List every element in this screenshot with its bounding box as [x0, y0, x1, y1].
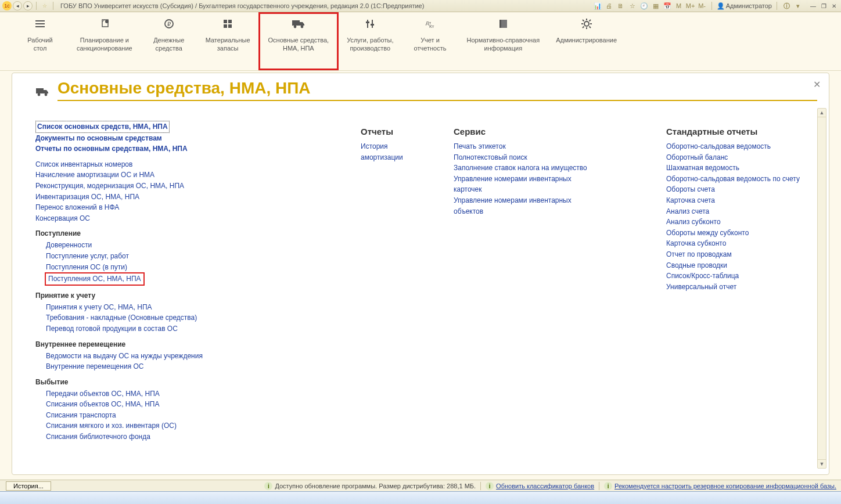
- status-bar: История... i Доступно обновление програм…: [0, 480, 841, 492]
- backup-recommend-link[interactable]: Рекомендуется настроить резервное копиро…: [614, 483, 836, 489]
- section-stock[interactable]: Материальныезапасы: [197, 12, 258, 70]
- section-admin[interactable]: Администрирование: [548, 12, 625, 70]
- svg-rect-10: [228, 24, 232, 28]
- scroll-down-icon[interactable]: ▼: [818, 459, 826, 468]
- close-button[interactable]: ✕: [829, 2, 839, 10]
- maximize-button[interactable]: ❐: [819, 2, 828, 10]
- service-link[interactable]: Заполнение ставок налога на имущество: [454, 163, 599, 174]
- svg-line-27: [583, 20, 584, 21]
- op-link[interactable]: Перенос вложений в НФА: [35, 202, 337, 213]
- std-report-link[interactable]: Оборотно-сальдовая ведомость по счету: [666, 174, 817, 185]
- svg-text:₽: ₽: [167, 21, 171, 27]
- window-title: ГОБУ ВПО Университет искусств (Субсидия)…: [60, 2, 424, 9]
- truck-icon: [35, 87, 49, 97]
- dispose-link[interactable]: Списания библиотечного фонда: [46, 431, 337, 442]
- info-icon[interactable]: ⓘ: [782, 1, 791, 10]
- favorite-icon[interactable]: ☆: [40, 1, 49, 10]
- receipt-link[interactable]: Доверенности: [46, 240, 337, 251]
- update-banks-link[interactable]: Обновить классификатор банков: [496, 483, 594, 489]
- section-label: Учет иотчетность: [409, 37, 450, 53]
- nav-back-icon[interactable]: ◂: [13, 1, 22, 10]
- current-user[interactable]: 👤 Администратор: [717, 2, 772, 10]
- section-fixed[interactable]: Основные средства,НМА, НПА: [258, 12, 339, 70]
- toolbar-calendar-icon[interactable]: 📅: [663, 1, 672, 10]
- receipt-os-nma-npa-link[interactable]: Поступления ОС, НМА, НПА: [48, 273, 141, 285]
- section-label: Услуги, работы,производство: [347, 37, 393, 53]
- dispose-link[interactable]: Списания мягкого и хоз. инвентаря (ОС): [46, 420, 337, 431]
- dispose-link[interactable]: Списания транспорта: [46, 410, 337, 421]
- minimize-button[interactable]: —: [808, 2, 818, 10]
- toolbar-star-icon[interactable]: ☆: [628, 1, 637, 10]
- dispose-link[interactable]: Списания объектов ОС, НМА, НПА: [46, 399, 337, 410]
- std-report-link[interactable]: Шахматная ведомость: [666, 163, 817, 174]
- page-close-button[interactable]: ✕: [813, 79, 821, 90]
- svg-rect-31: [36, 88, 44, 93]
- logo-1c-icon: 1c: [2, 1, 12, 10]
- mem-m[interactable]: M: [674, 1, 684, 10]
- scroll-up-icon[interactable]: ▲: [818, 109, 826, 117]
- op-link[interactable]: Консервация ОС: [35, 213, 337, 224]
- move-link[interactable]: Внутренние перемещения ОС: [46, 361, 337, 372]
- stock-icon: [206, 17, 250, 31]
- std-report-link[interactable]: Список/Кросс-таблица: [666, 271, 817, 282]
- std-report-link[interactable]: Анализ счета: [666, 206, 817, 217]
- history-button[interactable]: История...: [6, 481, 51, 491]
- op-link[interactable]: Список инвентарных номеров: [35, 159, 337, 170]
- op-link[interactable]: Реконструкция, модернизация ОС, НМА, НПА: [35, 181, 337, 192]
- svg-point-12: [293, 26, 296, 28]
- service-link[interactable]: Печать этикеток: [454, 141, 599, 152]
- accept-link[interactable]: Перевод готовой продукции в состав ОС: [46, 323, 337, 334]
- std-report-link[interactable]: Анализ субконто: [666, 217, 817, 228]
- section-services[interactable]: Услуги, работы,производство: [339, 12, 401, 70]
- toolbar-grid-icon[interactable]: ▦: [651, 1, 660, 10]
- section-planning[interactable]: Планирование исанкционирование: [69, 12, 141, 70]
- std-report-link[interactable]: Сводные проводки: [666, 260, 817, 271]
- toolbar-clock-icon[interactable]: 🕘: [639, 1, 649, 10]
- fixed-icon: [268, 17, 329, 31]
- toolbar-doc-icon[interactable]: 🗎: [616, 1, 626, 10]
- section-accounting[interactable]: ДтКтУчет иотчетность: [401, 12, 458, 70]
- section-refs[interactable]: Нормативно-справочнаяинформация: [458, 12, 548, 70]
- top-link[interactable]: Документы по основным средствам: [35, 133, 337, 144]
- svg-point-32: [38, 93, 41, 96]
- section-desktop[interactable]: Рабочийстол: [12, 12, 69, 70]
- service-link[interactable]: Полнотекстовый поиск: [454, 152, 599, 163]
- std-report-link[interactable]: Оборотно-сальдовая ведомость: [666, 141, 817, 152]
- op-link[interactable]: Начисление амортизации ОС и НМА: [35, 170, 337, 181]
- column-header: Стандартные отчеты: [666, 127, 817, 136]
- nav-fwd-icon[interactable]: ▸: [23, 1, 33, 10]
- std-report-link[interactable]: Обороты между субконто: [666, 228, 817, 239]
- accept-link[interactable]: Требования - накладные (Основные средств…: [46, 312, 337, 323]
- std-report-link[interactable]: Карточка субконто: [666, 238, 817, 249]
- info-dropdown-icon[interactable]: ▾: [793, 1, 803, 10]
- titlebar: 1c ◂ ▸ ☆ ГОБУ ВПО Университет искусств (…: [0, 0, 841, 12]
- move-link[interactable]: Ведомости на выдачу ОС на нужды учрежден…: [46, 351, 337, 362]
- op-link[interactable]: Инвентаризация ОС, НМА, НПА: [35, 192, 337, 203]
- section-cash[interactable]: ₽Денежныесредства: [141, 12, 197, 70]
- report-link[interactable]: История: [361, 141, 430, 152]
- top-link[interactable]: Отчеты по основным средствам, НМА, НПА: [35, 143, 337, 154]
- toolbar-calc-icon[interactable]: 📊: [593, 1, 602, 10]
- toolbar-print-icon[interactable]: 🖨: [605, 1, 614, 10]
- dispose-link[interactable]: Передачи объектов ОС, НМА, НПА: [46, 388, 337, 399]
- receipt-link[interactable]: Поступления ОС (в пути): [46, 262, 337, 273]
- std-reports-column: Стандартные отчетыОборотно-сальдовая вед…: [666, 121, 817, 458]
- report-link[interactable]: амортизации: [361, 152, 430, 163]
- std-report-link[interactable]: Отчет по проводкам: [666, 249, 817, 260]
- std-report-link[interactable]: Оборотный баланс: [666, 152, 817, 163]
- std-report-link[interactable]: Универсальный отчет: [666, 282, 817, 293]
- desktop-icon: [20, 17, 60, 31]
- mem-mp[interactable]: M+: [686, 1, 695, 10]
- services-icon: [347, 17, 393, 31]
- std-report-link[interactable]: Карточка счета: [666, 195, 817, 206]
- top-link[interactable]: Список основных средств, НМА, НПА: [35, 121, 170, 133]
- scrollbar[interactable]: ▲ ▼: [817, 108, 826, 469]
- std-report-link[interactable]: Обороты счета: [666, 184, 817, 195]
- mem-mm[interactable]: M-: [698, 1, 707, 10]
- planning-icon: [77, 17, 132, 31]
- service-link[interactable]: Управление номерами инвентарных карточек: [454, 174, 599, 195]
- accept-link[interactable]: Принятия к учету ОС, НМА, НПА: [46, 302, 337, 313]
- receipt-link[interactable]: Поступление услуг, работ: [46, 251, 337, 262]
- service-link[interactable]: Управление номерами инвентарных объектов: [454, 195, 599, 217]
- page-title: Основные средства, НМА, НПА: [57, 79, 817, 101]
